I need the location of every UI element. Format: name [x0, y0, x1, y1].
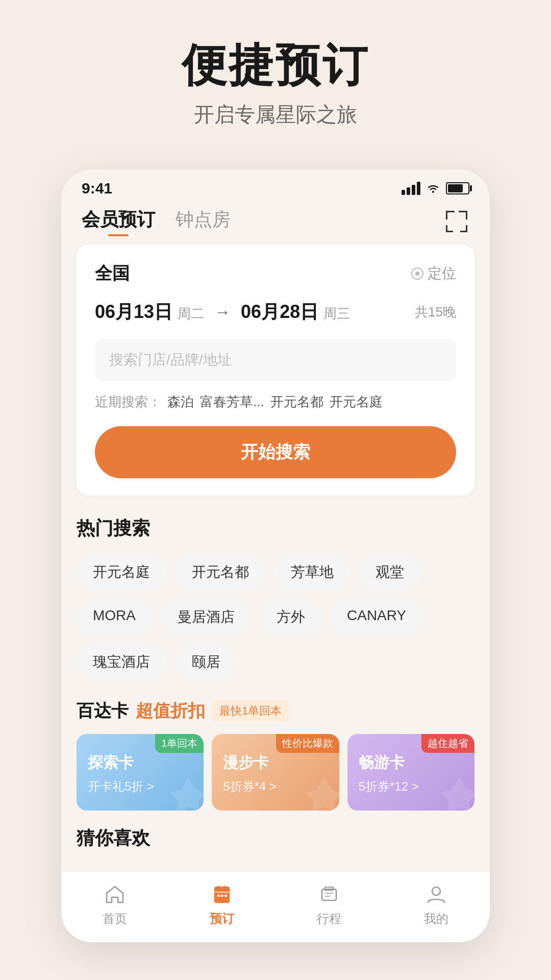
hot-search-tags: 开元名庭 开元名都 芳草地 观堂 MORA 曼居酒店 方外 CANARY 瑰宝酒…: [77, 554, 474, 680]
search-card: 全国 定位 06月13日 周二 → 06月28日 周三 共15晚 搜索门店/品牌…: [77, 244, 474, 496]
tag-6[interactable]: 曼居酒店: [161, 599, 251, 635]
locate-button[interactable]: 定位: [411, 264, 456, 283]
hot-search-section: 热门搜索 开元名庭 开元名都 芳草地 观堂 MORA 曼居酒店 方外 CANAR…: [61, 511, 490, 694]
page-subtitle: 开启专属星际之旅: [20, 101, 531, 129]
date-to-main: 06月28日: [241, 300, 318, 325]
location-text[interactable]: 全国: [95, 262, 130, 285]
promo-card-title-3: 畅游卡: [359, 752, 463, 773]
bottom-nav-profile-label: 我的: [424, 911, 448, 927]
promo-card-travel[interactable]: 越住越省 畅游卡 5折券*12 >: [347, 734, 474, 811]
date-from-main: 06月13日: [95, 300, 172, 325]
bottom-nav: 首页 预订: [61, 871, 490, 942]
bottom-nav-trip-label: 行程: [317, 911, 341, 927]
svg-point-11: [432, 887, 440, 895]
promo-card-badge-1: 1单回本: [155, 734, 204, 753]
promo-card-explore[interactable]: 1单回本 探索卡 开卡礼5折 >: [77, 734, 204, 811]
recent-item-2[interactable]: 富春芳草...: [200, 393, 264, 411]
promo-deco-3: [439, 775, 474, 811]
wifi-icon: [425, 182, 441, 194]
search-btn-label: 开始搜索: [241, 442, 310, 461]
promo-header: 百达卡 超值折扣 最快1单回本: [77, 699, 474, 723]
promo-card-badge-2: 性价比爆款: [276, 734, 339, 753]
tag-9[interactable]: 瑰宝酒店: [77, 644, 166, 680]
promo-deco-1: [168, 775, 204, 811]
nav-tabs: 会员预订 钟点房: [61, 202, 490, 244]
guess-title: 猜你喜欢: [77, 826, 474, 851]
recent-label: 近期搜索：: [95, 393, 161, 411]
date-row[interactable]: 06月13日 周二 → 06月28日 周三 共15晚: [95, 300, 456, 325]
bottom-nav-booking[interactable]: 预订: [191, 882, 253, 927]
promo-cards: 1单回本 探索卡 开卡礼5折 > 性价比爆款 漫步卡 5折券*4 > 越住越省 …: [77, 734, 474, 811]
recent-item-3[interactable]: 开元名都: [270, 393, 323, 411]
promo-section: 百达卡 超值折扣 最快1单回本 1单回本 探索卡 开卡礼5折 > 性价比爆款 漫…: [61, 694, 490, 821]
tab-member-booking[interactable]: 会员预订: [82, 207, 155, 236]
tag-canary[interactable]: CANARY: [331, 599, 422, 635]
tag-7[interactable]: 方外: [260, 599, 321, 635]
svg-rect-5: [217, 895, 220, 897]
profile-icon: [424, 882, 448, 906]
tag-10[interactable]: 颐居: [176, 644, 237, 680]
date-from-week: 周二: [178, 305, 204, 323]
locate-label: 定位: [428, 264, 456, 283]
status-icons: [402, 182, 469, 195]
bottom-nav-trip[interactable]: 行程: [298, 882, 360, 927]
phone-frame: 9:41 会员预订 钟点房: [61, 169, 490, 942]
home-icon: [103, 882, 127, 906]
promo-card-title-2: 漫步卡: [223, 752, 328, 773]
locate-icon: [411, 267, 423, 280]
tag-3[interactable]: 芳草地: [274, 554, 350, 590]
promo-title-main: 百达卡: [77, 699, 129, 723]
svg-rect-8: [322, 889, 336, 900]
promo-header-badge: 最快1单回本: [212, 700, 289, 722]
promo-card-walk[interactable]: 性价比爆款 漫步卡 5折券*4 >: [212, 734, 339, 811]
search-input-box[interactable]: 搜索门店/品牌/地址: [95, 339, 456, 381]
location-row: 全国 定位: [95, 262, 456, 285]
trip-icon: [317, 882, 341, 906]
nights-count: 共15晚: [415, 303, 456, 321]
booking-icon: [210, 882, 234, 906]
page-header: 便捷预订 开启专属星际之旅: [0, 0, 551, 149]
search-button[interactable]: 开始搜索: [95, 426, 456, 478]
svg-rect-7: [224, 895, 227, 897]
hot-search-title: 热门搜索: [77, 516, 474, 541]
tag-2[interactable]: 开元名都: [176, 554, 265, 590]
search-placeholder: 搜索门店/品牌/地址: [109, 352, 232, 368]
svg-rect-3: [224, 886, 226, 890]
recent-item-1[interactable]: 森泊: [167, 393, 194, 411]
tag-5[interactable]: MORA: [77, 599, 152, 635]
tag-1[interactable]: 开元名庭: [77, 554, 166, 590]
promo-deco-2: [304, 775, 339, 811]
svg-rect-2: [218, 886, 220, 890]
page-title: 便捷预订: [20, 41, 531, 90]
guess-section: 猜你喜欢: [61, 821, 490, 871]
promo-card-title-1: 探索卡: [88, 752, 192, 773]
bottom-nav-profile[interactable]: 我的: [406, 882, 467, 927]
scan-button[interactable]: [444, 209, 469, 234]
promo-card-badge-3: 越住越省: [421, 734, 474, 753]
status-bar: 9:41: [61, 169, 490, 202]
date-to: 06月28日 周三: [241, 300, 350, 325]
svg-rect-6: [221, 895, 223, 897]
recent-row: 近期搜索： 森泊 富春芳草... 开元名都 开元名庭: [95, 393, 456, 411]
promo-title-highlight: 超值折扣: [136, 699, 205, 723]
battery-icon: [446, 182, 469, 194]
tab-hourly-room[interactable]: 钟点房: [176, 207, 231, 236]
bottom-nav-home[interactable]: 首页: [84, 882, 145, 927]
bottom-nav-home-label: 首页: [103, 911, 127, 927]
svg-point-0: [432, 191, 434, 193]
recent-item-4[interactable]: 开元名庭: [330, 393, 383, 411]
signal-icon: [402, 182, 420, 195]
bottom-nav-booking-label: 预订: [210, 911, 234, 927]
tag-4[interactable]: 观堂: [359, 554, 420, 590]
date-arrow: →: [214, 303, 231, 322]
date-to-week: 周三: [323, 305, 350, 323]
status-time: 9:41: [82, 180, 112, 197]
date-from: 06月13日 周二: [95, 300, 204, 325]
